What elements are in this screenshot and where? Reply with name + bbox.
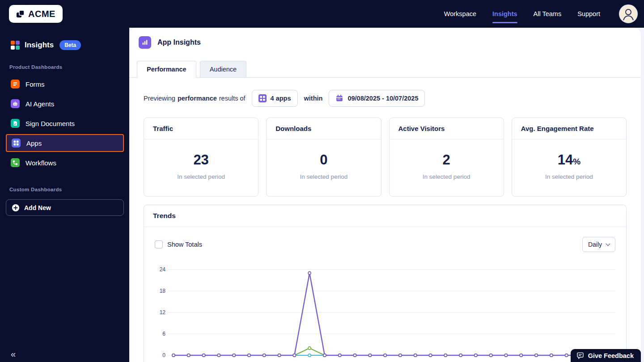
trends-title: Trends xyxy=(144,205,626,227)
apps-grid-icon xyxy=(258,94,267,102)
stat-card-traffic: Traffic 23 In selected period xyxy=(144,118,258,197)
section-label-product-dashboards: Product Dashboards xyxy=(9,64,129,70)
add-new-button[interactable]: Add New xyxy=(6,199,124,216)
sidebar-item-apps[interactable]: Apps xyxy=(6,134,124,152)
stat-value-suffix: % xyxy=(573,157,580,167)
filter-prefix: Previewing xyxy=(144,95,175,102)
tab-audience[interactable]: Audience xyxy=(200,61,246,78)
give-feedback-label: Give Feedback xyxy=(588,352,634,359)
insights-logo-icon xyxy=(11,41,20,50)
svg-text:24: 24 xyxy=(160,266,166,273)
sign-documents-icon xyxy=(11,119,20,128)
tab-performance[interactable]: Performance xyxy=(137,61,196,78)
stat-card-active-visitors: Active Visitors 2 In selected period xyxy=(389,118,504,197)
trends-chart: 06121824 xyxy=(155,264,615,362)
show-totals-control: Show Totals xyxy=(155,240,202,248)
stat-card-downloads: Downloads 0 In selected period xyxy=(266,118,381,197)
filter-row: Previewing performance results of xyxy=(144,90,627,107)
trends-controls: Show Totals Daily xyxy=(155,237,615,252)
sidebar: Insights Beta Product Dashboards Forms xyxy=(0,28,129,362)
nav-workspace[interactable]: Workspace xyxy=(444,10,476,17)
sidebar-header[interactable]: Insights Beta xyxy=(11,40,129,50)
chevron-down-icon xyxy=(606,241,610,246)
collapse-sidebar-icon[interactable]: « xyxy=(11,349,16,359)
acme-logo[interactable]: ACME xyxy=(9,5,63,23)
svg-text:18: 18 xyxy=(160,288,166,294)
plus-icon xyxy=(12,204,20,212)
person-icon xyxy=(620,5,637,22)
calendar-icon xyxy=(335,94,343,102)
top-nav: Workspace Insights All Teams Support xyxy=(444,4,638,23)
acme-logo-icon xyxy=(16,10,25,18)
sidebar-item-workflows[interactable]: Workflows xyxy=(6,153,124,173)
sidebar-items: Forms AI Agents xyxy=(0,74,129,173)
main-area: App Insights Performance Audience Previe… xyxy=(129,28,644,362)
stat-value: 2 xyxy=(443,152,450,168)
stat-title: Downloads xyxy=(267,118,381,139)
app-insights-icon xyxy=(139,36,151,49)
trends-chart-container: 06121824 xyxy=(155,264,615,362)
filter-connector: within xyxy=(304,95,323,102)
sidebar-item-label: Apps xyxy=(26,139,42,147)
stat-title: Avg. Engagement Rate xyxy=(512,118,626,139)
stat-card-engagement-rate: Avg. Engagement Rate 14% In selected per… xyxy=(512,118,627,197)
filter-suffix: results of xyxy=(219,95,246,102)
stat-caption: In selected period xyxy=(271,173,376,180)
ai-agents-icon xyxy=(11,99,20,108)
apps-icon xyxy=(12,139,21,147)
date-range-label: 09/08/2025 - 10/07/2025 xyxy=(347,95,418,102)
workflows-icon xyxy=(11,158,20,167)
sidebar-item-label: AI Agents xyxy=(25,100,54,108)
sidebar-item-label: Forms xyxy=(25,80,45,88)
section-label-custom-dashboards: Custom Dashboards xyxy=(9,187,129,192)
sidebar-title: Insights xyxy=(25,41,54,50)
topbar: ACME Workspace Insights All Teams Suppor… xyxy=(0,0,644,28)
stat-value: 23 xyxy=(193,152,208,168)
trends-card: Trends Show Totals Daily xyxy=(144,205,627,362)
sidebar-item-label: Workflows xyxy=(25,159,56,167)
tab-bar: Performance Audience xyxy=(129,61,641,77)
add-new-label: Add New xyxy=(24,204,51,211)
stat-title: Active Visitors xyxy=(390,118,504,139)
apps-select-button[interactable]: 4 apps xyxy=(252,90,298,107)
feedback-bubble-icon xyxy=(576,352,584,359)
nav-all-teams[interactable]: All Teams xyxy=(534,10,562,17)
stat-value: 0 xyxy=(320,152,327,168)
stat-title: Traffic xyxy=(144,118,258,139)
screen: ACME Workspace Insights All Teams Suppor… xyxy=(0,0,644,362)
svg-text:6: 6 xyxy=(162,331,165,337)
date-range-button[interactable]: 09/08/2025 - 10/07/2025 xyxy=(329,90,425,107)
stats-row: Traffic 23 In selected period Downloads … xyxy=(144,118,627,197)
avatar[interactable] xyxy=(619,4,638,23)
beta-badge: Beta xyxy=(59,40,81,50)
svg-text:0: 0 xyxy=(162,352,165,358)
apps-select-label: 4 apps xyxy=(271,95,291,102)
forms-icon xyxy=(11,80,20,88)
performance-content: Previewing performance results of xyxy=(129,78,641,362)
sidebar-item-sign-documents[interactable]: Sign Documents xyxy=(6,114,124,133)
filter-emphasis: performance xyxy=(178,95,217,102)
page-title: App Insights xyxy=(157,38,201,46)
give-feedback-button[interactable]: Give Feedback xyxy=(571,349,641,362)
sidebar-item-forms[interactable]: Forms xyxy=(6,74,124,94)
sidebar-item-label: Sign Documents xyxy=(25,120,75,127)
nav-support[interactable]: Support xyxy=(577,10,600,17)
svg-text:12: 12 xyxy=(160,309,166,316)
filter-text: Previewing performance results of xyxy=(144,95,246,102)
panel-header: App Insights xyxy=(129,28,641,49)
interval-select[interactable]: Daily xyxy=(582,237,615,252)
sidebar-item-ai-agents[interactable]: AI Agents xyxy=(6,94,124,114)
show-totals-checkbox[interactable] xyxy=(155,240,163,248)
app-insights-panel: App Insights Performance Audience Previe… xyxy=(129,28,641,362)
stat-caption: In selected period xyxy=(394,173,499,180)
stat-caption: In selected period xyxy=(148,173,254,180)
stat-value: 14 xyxy=(558,152,573,168)
show-totals-label: Show Totals xyxy=(167,241,202,248)
acme-logo-text: ACME xyxy=(28,9,55,19)
stat-caption: In selected period xyxy=(517,173,622,180)
nav-insights[interactable]: Insights xyxy=(492,10,517,17)
interval-value: Daily xyxy=(588,241,602,248)
